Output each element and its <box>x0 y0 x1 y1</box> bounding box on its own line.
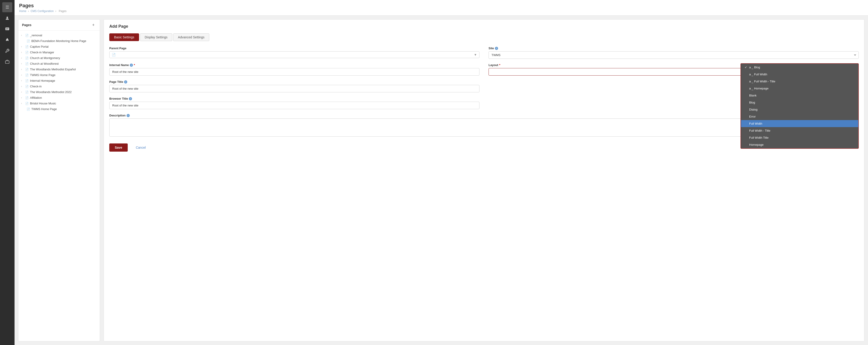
layout-required: * <box>499 63 500 67</box>
user-nav-icon[interactable] <box>2 13 12 23</box>
form-title: Add Page <box>109 24 859 29</box>
page-file-icon: 📄 <box>25 57 29 60</box>
chevron-icon: › <box>21 91 24 93</box>
browser-title-label: Browser Title i <box>109 97 479 100</box>
list-item[interactable]: › 📄 Affiliation <box>19 95 100 101</box>
list-item-label: Church at Montgomery <box>30 56 60 60</box>
layout-option-error[interactable]: Error <box>741 113 858 120</box>
list-item-label: Check-in <box>30 85 41 88</box>
layout-option-dialog[interactable]: Dialog <box>741 106 858 113</box>
layout-dropdown: ✓ a _ Blog a _ Full Width a _ Full Width… <box>741 63 859 149</box>
internal-name-required: * <box>134 63 135 67</box>
svg-rect-2 <box>5 61 9 64</box>
chevron-icon: › <box>21 97 24 99</box>
breadcrumb-current: Pages <box>59 9 67 13</box>
chevron-icon: › <box>21 34 24 37</box>
file-icon: 📄 <box>112 53 116 57</box>
site-select[interactable]: TWMS <box>489 51 859 59</box>
browser-title-input[interactable] <box>109 102 479 109</box>
tab-advanced-settings[interactable]: Advanced Settings <box>173 33 209 41</box>
page-file-icon: 📄 <box>25 96 29 99</box>
form-grid: Parent Page 📄 ▼ Site i TWMS <box>109 46 859 137</box>
pages-nav-icon[interactable]: ☰ <box>2 2 12 12</box>
sidebar-add-button[interactable]: + <box>91 22 96 28</box>
list-item[interactable]: › 📄 Church at Montgomery <box>19 55 100 61</box>
page-file-icon: 📄 <box>27 39 30 43</box>
chevron-icon: › <box>21 45 24 48</box>
site-group: Site i TWMS <box>489 46 859 59</box>
top-header: Pages Home › CMS Configuration › Pages <box>14 0 868 16</box>
cancel-button[interactable]: Cancel <box>130 143 151 151</box>
chevron-icon: › <box>21 79 24 82</box>
rocket-nav-icon[interactable] <box>2 35 12 45</box>
breadcrumb-home[interactable]: Home <box>19 9 26 13</box>
checkmark-icon: ✓ <box>745 66 748 69</box>
list-item-label: TWMS Home Page <box>30 73 56 77</box>
layout-option-full-width-title[interactable]: Full Width - Title <box>741 127 858 134</box>
list-item[interactable]: 📄 TWMS Home Page <box>19 106 100 112</box>
breadcrumb-cms[interactable]: CMS Configuration <box>31 9 54 13</box>
internal-name-input[interactable] <box>109 68 479 76</box>
list-item-label: BEMA Foundation Monitoring Home Page <box>31 39 86 43</box>
parent-page-select[interactable]: 📄 ▼ <box>109 51 479 58</box>
layout-option-full-width-title2[interactable]: Full Width Title <box>741 134 858 141</box>
site-label: Site i <box>489 46 859 50</box>
tab-basic-settings[interactable]: Basic Settings <box>109 33 139 41</box>
layout-option-a-full-width[interactable]: a _ Full Width <box>741 71 858 78</box>
list-item[interactable]: › 📄 TWMS Home Page <box>19 72 100 78</box>
page-title-input[interactable] <box>109 85 479 92</box>
content-row: Pages + › 📄 _removal 📄 BEMA Foundation M… <box>14 16 868 345</box>
list-item[interactable]: › 📄 Captive Portal <box>19 44 100 49</box>
list-item-label: Bristol House Music <box>30 102 56 105</box>
page-file-icon: 📄 <box>25 85 29 88</box>
breadcrumb-sep2: › <box>55 9 56 13</box>
sidebar-title: Pages <box>22 23 31 27</box>
chevron-icon: › <box>21 51 24 54</box>
chevron-icon: › <box>21 68 24 71</box>
page-file-icon: 📄 <box>27 108 30 111</box>
layout-option-a-blog[interactable]: ✓ a _ Blog <box>741 64 858 71</box>
list-item[interactable]: › 📄 Check-in <box>19 83 100 89</box>
browser-title-group: Browser Title i <box>109 97 479 109</box>
sidebar-header: Pages + <box>19 20 100 31</box>
list-item[interactable]: › 📄 Internal Homepage <box>19 78 100 83</box>
list-item[interactable]: › 📄 The Woodlands Methodist Español <box>19 67 100 72</box>
tabs: Basic Settings Display Settings Advanced… <box>109 33 859 41</box>
sms-nav-icon[interactable] <box>2 24 12 34</box>
briefcase-nav-icon[interactable] <box>2 57 12 67</box>
list-item[interactable]: › 📄 _removal <box>19 32 100 38</box>
chevron-icon: › <box>21 74 24 76</box>
tab-display-settings[interactable]: Display Settings <box>140 33 172 41</box>
page-file-icon: 📄 <box>25 34 29 37</box>
breadcrumb-sep1: › <box>28 9 29 13</box>
list-item-label: Affiliation <box>30 96 42 99</box>
sidebar-list: › 📄 _removal 📄 BEMA Foundation Monitorin… <box>19 31 100 114</box>
internal-name-group: Internal Name i * <box>109 63 479 76</box>
list-item[interactable]: › 📄 Check-in Manager <box>19 49 100 55</box>
form-panel: Add Page Basic Settings Display Settings… <box>104 19 864 341</box>
page-title-label: Page Title i <box>109 80 479 83</box>
list-item[interactable]: 📄 BEMA Foundation Monitoring Home Page <box>19 38 100 44</box>
layout-option-blog[interactable]: Blog <box>741 99 858 106</box>
list-item-label: Church at Woodforest <box>30 62 59 65</box>
layout-option-blank[interactable]: Blank <box>741 92 858 99</box>
save-button[interactable]: Save <box>109 143 128 151</box>
site-info-icon: i <box>495 47 498 50</box>
page-title: Pages <box>19 3 864 9</box>
layout-option-full-width[interactable]: Full Width <box>741 120 858 127</box>
layout-option-homepage[interactable]: Homepage <box>741 141 858 148</box>
page-file-icon: 📄 <box>25 73 29 77</box>
browser-title-info-icon: i <box>129 97 132 100</box>
list-item[interactable]: › 📄 Bristol House Music <box>19 101 100 106</box>
list-item[interactable]: › 📄 The Woodlands Methodist 2022 <box>19 89 100 95</box>
list-item-label: Check-in Manager <box>30 50 54 54</box>
page-file-icon: 📄 <box>25 68 29 71</box>
list-item[interactable]: › 📄 Church at Woodforest <box>19 61 100 67</box>
wrench-nav-icon[interactable] <box>2 46 12 56</box>
layout-option-a-homepage[interactable]: a _ Homepage <box>741 85 858 92</box>
page-file-icon: 📄 <box>25 102 29 105</box>
layout-option-a-full-width-title[interactable]: a _ Full Width - Title <box>741 78 858 85</box>
description-info-icon: i <box>127 114 130 117</box>
sidebar-panel: Pages + › 📄 _removal 📄 BEMA Foundation M… <box>18 19 100 341</box>
page-file-icon: 📄 <box>25 45 29 48</box>
